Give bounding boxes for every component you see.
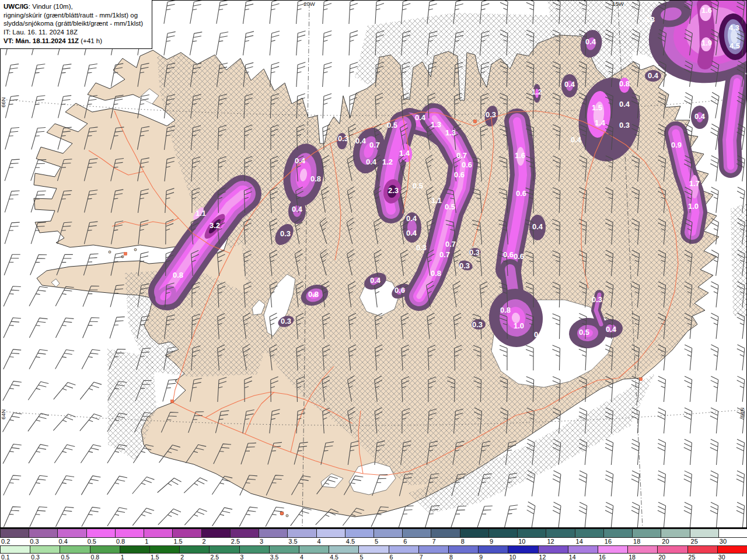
wind-barb bbox=[81, 473, 100, 499]
header-title-rest: : Vindur (10m), bbox=[29, 3, 73, 10]
scale-cell bbox=[209, 546, 239, 553]
precip-value-label: 0.3 bbox=[472, 320, 483, 329]
scale-cell bbox=[374, 529, 402, 537]
scale-tick-label: 6 bbox=[390, 554, 393, 560]
precip-value-label: 1.3 bbox=[431, 120, 441, 129]
wind-barb bbox=[30, 504, 47, 528]
precip-value-label: 1.4 bbox=[399, 149, 410, 158]
scale-cell bbox=[57, 529, 86, 537]
wind-barb bbox=[708, 313, 718, 339]
hatch-region bbox=[731, 203, 747, 320]
precip-value-label: 0.3 bbox=[534, 330, 544, 339]
wind-barb bbox=[164, 30, 176, 57]
scale-tick-label: 30 bbox=[718, 554, 725, 560]
precip-value-label: 1.1 bbox=[431, 196, 442, 205]
wind-barb bbox=[82, 347, 100, 373]
scale-cell bbox=[358, 546, 388, 553]
wind-barb bbox=[630, 471, 640, 496]
scale-cell bbox=[478, 546, 508, 553]
scale-tick-label: 10 bbox=[518, 538, 525, 545]
wind-barb bbox=[4, 504, 20, 528]
wind-barb bbox=[29, 473, 48, 499]
scale-cell bbox=[632, 529, 661, 537]
scale-tick-label: 25 bbox=[689, 554, 696, 560]
wind-barb bbox=[81, 442, 101, 467]
wind-barb bbox=[656, 502, 666, 528]
scale-tick-label: 10 bbox=[509, 554, 516, 560]
precip-value-label: 0.5 bbox=[413, 181, 423, 190]
wind-barb bbox=[3, 442, 22, 467]
precip-value-label: 0.9 bbox=[671, 141, 682, 149]
precip-value-label: 0.4 bbox=[532, 222, 543, 231]
precip-value-label: 0.7 bbox=[439, 250, 450, 259]
wind-barb bbox=[29, 442, 48, 467]
scale-cell bbox=[402, 529, 431, 537]
scale-cell bbox=[0, 546, 30, 553]
wind-barb bbox=[107, 474, 127, 499]
precip-value-label: 0.7 bbox=[369, 141, 380, 149]
iceland-wind-precip-map: 20W15W66N66N64N64N0.40.80.40.31.13.20.80… bbox=[0, 0, 747, 528]
wind-barb bbox=[190, 0, 202, 25]
precip-value-label: 0.4 bbox=[406, 214, 417, 223]
scale-tick-label: 2.5 bbox=[210, 554, 219, 560]
wind-barb bbox=[551, 471, 561, 496]
scale-tick-label: 0.2 bbox=[1, 538, 10, 545]
scale-tick-label: 2 bbox=[203, 538, 206, 545]
scale-cell bbox=[598, 546, 627, 553]
wind-barb bbox=[5, 125, 19, 152]
wind-barb bbox=[4, 252, 20, 278]
wind-barb bbox=[735, 502, 745, 528]
wind-barb bbox=[3, 379, 22, 404]
town-marker bbox=[171, 400, 174, 403]
wind-barb bbox=[657, 408, 666, 433]
scale-cell bbox=[575, 529, 603, 537]
precip-value-label: 0.3 bbox=[281, 317, 291, 326]
wind-barb bbox=[132, 506, 154, 528]
scale-tick-label: 7 bbox=[420, 554, 423, 560]
wind-barb bbox=[217, 0, 228, 25]
scale-tick-label: 0.8 bbox=[91, 554, 100, 560]
scale-cell bbox=[287, 529, 316, 537]
town-marker bbox=[124, 253, 127, 256]
wind-barb bbox=[164, 0, 176, 25]
precip-value-label: 0.4 bbox=[366, 158, 377, 166]
scale-cell bbox=[299, 546, 329, 553]
precip-value-label: 0.4 bbox=[694, 112, 706, 121]
precip-value-label: 0.8 bbox=[308, 290, 319, 299]
scale-tick-label: 12 bbox=[539, 554, 546, 560]
scale-tick-label: 2 bbox=[180, 554, 184, 560]
precip-value-label: 0.4 bbox=[292, 205, 303, 214]
precip-value-label: 1.2 bbox=[382, 158, 393, 166]
scale-tick-label: 30 bbox=[720, 538, 727, 545]
wind-barb bbox=[80, 412, 102, 436]
parallel-label: 66N bbox=[0, 97, 6, 107]
wind-barb bbox=[55, 347, 74, 373]
header-line-4-init-time: IT: Lau. 16. 11. 2024 18Z bbox=[4, 28, 148, 37]
scale-cell bbox=[690, 529, 718, 537]
wind-barb bbox=[212, 505, 233, 528]
precip-value-label: 0.3 bbox=[416, 243, 427, 252]
scale-cell bbox=[201, 529, 230, 537]
wind-barb bbox=[291, 506, 312, 528]
weather-map-page: 20W15W66N66N64N64N0.40.80.40.31.13.20.80… bbox=[0, 0, 747, 560]
wind-barb bbox=[708, 124, 719, 149]
header-line-3: slydda/snjókoma (grátt/bleikt/grænt - mm… bbox=[4, 19, 148, 28]
precip-value-label: 1.1 bbox=[196, 209, 206, 218]
wind-barb bbox=[5, 220, 20, 246]
wind-barb bbox=[708, 187, 719, 213]
wind-barb bbox=[708, 282, 718, 307]
wind-barb bbox=[708, 502, 718, 528]
wind-barb bbox=[708, 376, 718, 402]
scale-cell bbox=[29, 529, 57, 537]
precip-value-label: 0.8 bbox=[500, 306, 511, 314]
scale-tick-label: 0.8 bbox=[116, 538, 125, 545]
precip-value-label: 4.3 bbox=[729, 23, 739, 32]
precip-value-label: 0.3 bbox=[459, 261, 470, 270]
wind-barb bbox=[4, 284, 21, 310]
wind-barb bbox=[735, 471, 744, 496]
precip-value-label: 0.3 bbox=[469, 248, 480, 257]
precip-value-label: 0.3 bbox=[644, 15, 655, 24]
wind-barb bbox=[657, 439, 666, 465]
scale-cell bbox=[239, 546, 269, 553]
scale-cell bbox=[717, 546, 747, 553]
